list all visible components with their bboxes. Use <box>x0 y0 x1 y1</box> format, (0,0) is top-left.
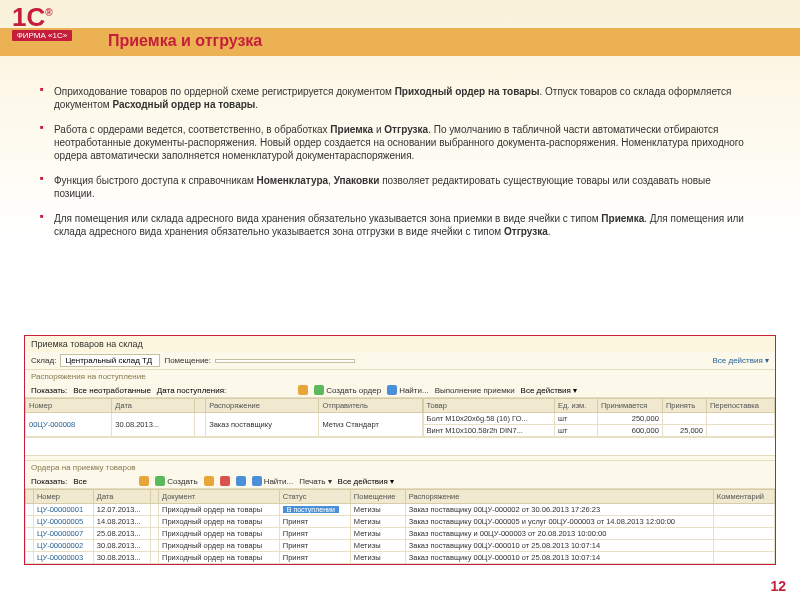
toolbar-1: Показать: Все неотработанные Дата поступ… <box>25 383 775 398</box>
all-actions-1[interactable]: Все действия ▾ <box>521 386 578 395</box>
bullet-item: Оприходование товаров по ордерной схеме … <box>44 85 744 111</box>
room-field[interactable] <box>215 359 355 363</box>
table-row[interactable]: ЦУ-0000000330.08.2013...Приходный ордер … <box>26 552 775 564</box>
all-actions-link[interactable]: Все действия ▾ <box>712 356 769 365</box>
nav-icon[interactable] <box>236 476 246 486</box>
table-receive-orders[interactable]: НомерДатаДокументСтатусПомещениеРаспоряж… <box>25 489 775 564</box>
show-filter-1[interactable]: Все неотработанные <box>73 386 151 395</box>
table-row[interactable]: ЦУ-0000000230.08.2013...Приходный ордер … <box>26 540 775 552</box>
page-number: 12 <box>770 578 786 594</box>
edit-icon[interactable] <box>204 476 214 486</box>
create-order-button[interactable]: Создать ордер <box>314 385 381 395</box>
bullet-item: Работа с ордерами ведется, соответственн… <box>44 123 744 162</box>
slide-body: Оприходование товаров по ордерной схеме … <box>44 85 744 250</box>
show-filter-2[interactable]: Все <box>73 477 133 486</box>
bullet-item: Функция быстрого доступа к справочникам … <box>44 174 744 200</box>
table-row[interactable]: Болт M10x20x6g.58 (16) ГО...шт250,000 <box>423 413 775 425</box>
all-actions-2[interactable]: Все действия ▾ <box>338 477 395 486</box>
logo-1c: 1С® ФИРМА «1С» <box>12 8 72 41</box>
app-screenshot: Приемка товаров на склад Склад: Централь… <box>24 335 776 565</box>
table-row[interactable]: Винт M10x100.58r2h DIN7...шт600,00025,00… <box>423 425 775 437</box>
section-orders-in: Распоряжения на поступление <box>25 370 775 383</box>
slide-title: Приемка и отгрузка <box>108 32 262 50</box>
table-row[interactable]: ЦУ-0000000514.08.2013...Приходный ордер … <box>26 516 775 528</box>
table-goods[interactable]: ТоварЕд. изм.ПринимаетсяПринятьПерепоста… <box>423 398 776 437</box>
create-button-2[interactable]: Создать <box>155 476 197 486</box>
section-receive-orders: Ордера на приемку товаров <box>25 461 775 474</box>
exec-button[interactable]: Выполнение приемки <box>435 386 515 395</box>
search-icon <box>252 476 262 486</box>
refresh-icon[interactable] <box>298 385 308 395</box>
table-row[interactable]: ЦУ-0000000725.08.2013...Приходный ордер … <box>26 528 775 540</box>
warehouse-label: Склад: <box>31 356 56 365</box>
plus-icon <box>314 385 324 395</box>
table-row[interactable]: ЦУ-0000000112.07.2013...Приходный ордер … <box>26 504 775 516</box>
find-button-2[interactable]: Найти... <box>252 476 294 486</box>
warehouse-field[interactable]: Центральный склад ТД <box>60 354 160 367</box>
print-button[interactable]: Печать ▾ <box>299 477 331 486</box>
room-label: Помещение: <box>164 356 211 365</box>
refresh-icon-2[interactable] <box>139 476 149 486</box>
search-icon <box>387 385 397 395</box>
toolbar-2: Показать: Все Создать Найти... Печать ▾ … <box>25 474 775 489</box>
delete-icon[interactable] <box>220 476 230 486</box>
plus-icon <box>155 476 165 486</box>
table-row[interactable]: 00ЦУ-00000830.08.2013...Заказ поставщику… <box>26 413 423 437</box>
find-button-1[interactable]: Найти... <box>387 385 429 395</box>
app-window-title: Приемка товаров на склад <box>25 336 775 352</box>
bullet-item: Для помещения или склада адресного вида … <box>44 212 744 238</box>
table-dispositions[interactable]: НомерДатаРаспоряжениеОтправитель 00ЦУ-00… <box>25 398 423 437</box>
